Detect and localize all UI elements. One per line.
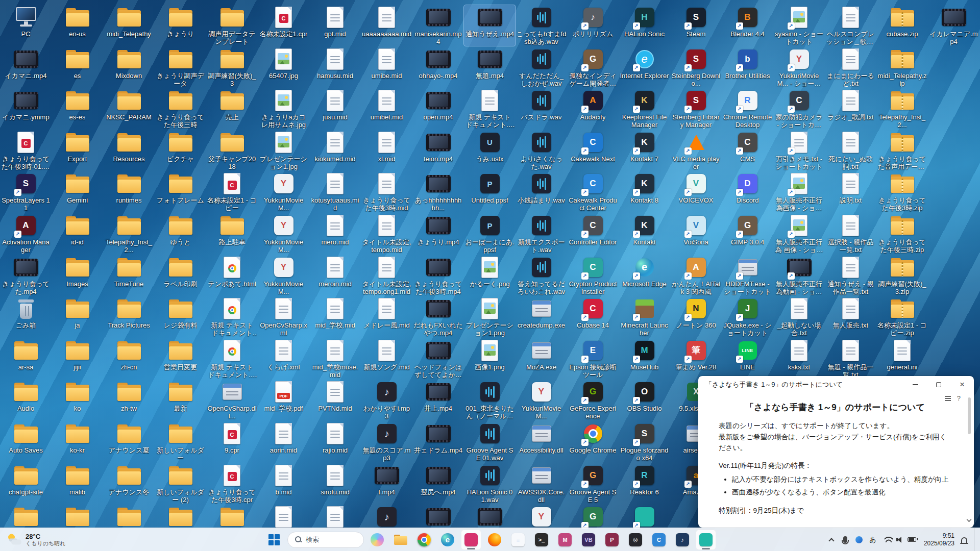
desktop-icon[interactable]: プレゼンテーション1.png: [464, 296, 516, 337]
desktop-icon[interactable]: アナウンス夏: [103, 421, 155, 462]
desktop-icon[interactable]: G↗GeForce Experience: [567, 380, 619, 420]
desktop-icon[interactable]: M↗MuseHub: [619, 338, 670, 379]
desktop-icon[interactable]: A↗Audacity: [567, 88, 619, 129]
desktop-icon[interactable]: sirofu.mid: [309, 463, 361, 504]
desktop-icon[interactable]: アナウンス冬: [103, 463, 155, 504]
desktop-icon[interactable]: open.mp4: [412, 88, 464, 129]
desktop-icon[interactable]: A↗かんたん！AITalk 3 関西風: [670, 255, 722, 296]
desktop-icon[interactable]: 001_東北きりたん（ノーマル）_少しキ...: [464, 380, 516, 420]
scroll-down-icon[interactable]: [967, 517, 972, 522]
desktop-icon[interactable]: O↗OBS Studio: [619, 380, 670, 420]
minimize-button[interactable]: [903, 376, 927, 393]
desktop-icon[interactable]: 営業日変更: [155, 338, 206, 379]
desktop-icon[interactable]: S↗Steinberg Downlo...: [670, 47, 722, 88]
desktop-icon[interactable]: HALion Sonic 01.wav: [464, 463, 516, 504]
desktop-icon[interactable]: きょうり食ってた午後3時.mid: [361, 171, 412, 212]
dialog-scrollbar[interactable]: [966, 396, 972, 525]
dialog-titlebar[interactable]: 「さよなら手書き 1～9」のサポートについて ×: [698, 376, 974, 393]
tray-overflow-button[interactable]: [827, 532, 836, 547]
desktop-icon[interactable]: C↗Controller Editor: [567, 213, 619, 254]
desktop-icon[interactable]: レジ袋有料: [155, 296, 206, 337]
media-app-button[interactable]: [461, 530, 481, 550]
desktop-icon[interactable]: S↗Plogue sforzando x64: [619, 421, 670, 462]
desktop-icon[interactable]: zh-tw: [103, 380, 155, 420]
desktop-icon[interactable]: N↗ノートン 360: [670, 296, 722, 337]
desktop-icon[interactable]: 答え知ってるだろいわこれ.wav: [516, 255, 567, 296]
desktop-icon[interactable]: C↗Cakewalk Product Center: [567, 171, 619, 212]
desktop-icon[interactable]: テンポあて.html: [206, 255, 258, 296]
desktop-icon[interactable]: PC: [0, 5, 52, 46]
desktop-icon[interactable]: タイトル未設定, tempo.mid: [361, 213, 412, 254]
desktop-icon[interactable]: runtimes: [103, 171, 155, 212]
desktop-icon[interactable]: chatgpt-site: [0, 463, 52, 504]
desktop-icon[interactable]: イカレマニア.mp4: [928, 5, 979, 46]
desktop-icon[interactable]: jijii: [52, 338, 103, 379]
desktop-icon[interactable]: Pおーぼーまにあ.ppsf: [464, 213, 516, 254]
terminal-button[interactable]: >_: [531, 530, 552, 550]
desktop-icon[interactable]: よりiさくなった.wav: [516, 130, 567, 171]
desktop-icon[interactable]: teion.mp4: [412, 130, 464, 171]
desktop-icon[interactable]: cubase.zip: [876, 5, 928, 46]
desktop-icon[interactable]: プレゼンテーション1.jpg: [258, 130, 309, 171]
desktop-icon[interactable]: ピクチャ: [155, 130, 206, 171]
desktop-icon[interactable]: きょうり調声データ: [155, 47, 206, 88]
desktop-icon[interactable]: 新規ソング.mid: [361, 338, 412, 379]
desktop-icon[interactable]: C↗家の防犯カメラ - ショートカット: [773, 88, 825, 129]
desktop-icon[interactable]: あっhhhhhhhhhhh...: [412, 171, 464, 212]
desktop-icon[interactable]: Telepathy_Inst_2...: [876, 88, 928, 129]
desktop-icon[interactable]: すんだただん_しおかぜ.wav: [516, 47, 567, 88]
desktop-icon[interactable]: createdump.exe: [516, 296, 567, 337]
desktop-icon[interactable]: e↗Microsoft Edge: [619, 255, 670, 296]
desktop-icon[interactable]: H↗HALion Sonic: [619, 5, 670, 46]
desktop-icon[interactable]: mid_学校.mid: [309, 296, 361, 337]
desktop-icon[interactable]: C↗CMS: [722, 130, 773, 171]
desktop-icon[interactable]: NKSC_PARAM: [103, 88, 155, 129]
close-button[interactable]: ×: [950, 376, 974, 393]
desktop-icon[interactable]: きょうり食ってた午後三時: [155, 88, 206, 129]
desktop-icon[interactable]: B↗Blender 4.4: [722, 5, 773, 46]
desktop-icon[interactable]: LINE↗LINE: [722, 338, 773, 379]
desktop-icon[interactable]: C↗Cakewalk Next: [567, 130, 619, 171]
desktop-icon[interactable]: 小銭詰まり.wav: [516, 171, 567, 212]
desktop-icon[interactable]: MoZA.exe: [516, 338, 567, 379]
desktop-icon[interactable]: general.ini: [876, 338, 928, 379]
desktop-icon[interactable]: ↗Google Chrome: [567, 421, 619, 462]
desktop-icon[interactable]: Audio: [0, 380, 52, 420]
desktop-icon[interactable]: ↗Minecraft Launcher: [619, 296, 670, 337]
desktop-icon[interactable]: xl.mid: [361, 130, 412, 171]
desktop-icon[interactable]: C名称未設定1 - コピー: [206, 171, 258, 212]
desktop-icon[interactable]: ↗無人販売不正行為画像 - ショートカット: [773, 171, 825, 212]
desktop-icon[interactable]: malib: [52, 463, 103, 504]
desktop-icon[interactable]: ko-kr: [52, 421, 103, 462]
desktop-icon[interactable]: 新規 テキスト ドキュメント.html: [206, 338, 258, 379]
desktop-icon[interactable]: manisekarin.mp4: [412, 5, 464, 46]
desktop-icon[interactable]: くらげ.xml: [258, 338, 309, 379]
desktop-icon[interactable]: umibet.mid: [361, 88, 412, 129]
presonus-app-button[interactable]: P: [602, 530, 622, 550]
desktop-icon[interactable]: ♪無題のスコア.mp3: [361, 421, 412, 462]
desktop-icon[interactable]: 無人販売.txt: [825, 296, 876, 337]
desktop-icon[interactable]: mid_学校muse.mid: [309, 338, 361, 379]
desktop-icon[interactable]: V↗VoiSona: [670, 213, 722, 254]
desktop-icon[interactable]: S↗Steam: [670, 5, 722, 46]
desktop-icon[interactable]: きょうり食ってた音声用データ.zip: [876, 130, 928, 171]
edge-button[interactable]: e: [437, 530, 458, 550]
chrome-button[interactable]: [414, 530, 434, 550]
desktop-icon[interactable]: イカマニ.ymmp: [0, 88, 52, 129]
desktop-icon[interactable]: 死にたい_ぬ歌詞.txt: [825, 130, 876, 171]
desktop-icon[interactable]: ↗万引きメモ.txt - ショートカット: [773, 130, 825, 171]
maximize-button[interactable]: [927, 376, 950, 393]
desktop-icon[interactable]: K↗Kontakt 7: [619, 130, 670, 171]
notification-bell-button[interactable]: [960, 532, 968, 547]
desktop-icon[interactable]: ヘッドフォンはずしててよかった.mp4: [412, 338, 464, 379]
desktop-icon[interactable]: e↗Internet Explorer: [619, 47, 670, 88]
desktop-icon[interactable]: 路上駐車: [206, 213, 258, 254]
desktop-icon[interactable]: Accessibility.dll: [516, 421, 567, 462]
desktop-icon[interactable]: かるーく.png: [464, 255, 516, 296]
show-desktop-button[interactable]: [974, 528, 976, 551]
clock[interactable]: 9:51 2025/09/23: [924, 532, 954, 547]
desktop-icon[interactable]: G↗GIMP 3.0.4: [722, 213, 773, 254]
desktop-icon[interactable]: S↗Steinberg Library Manager: [670, 88, 722, 129]
desktop-icon[interactable]: 無題.mp4: [464, 47, 516, 88]
desktop-icon[interactable]: PUntitled.ppsf: [464, 171, 516, 212]
